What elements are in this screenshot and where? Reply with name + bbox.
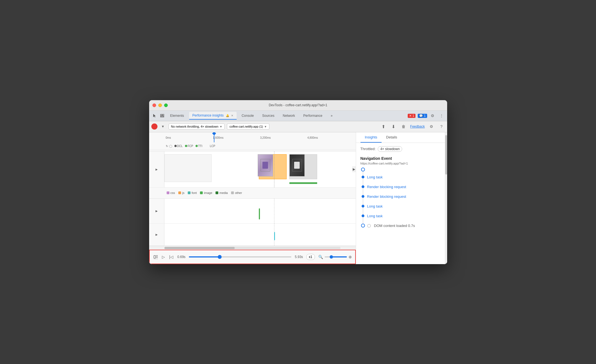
dcl-label: DCL (177, 145, 183, 148)
green-bar (289, 182, 317, 184)
feedback-link[interactable]: Feedback (410, 125, 425, 128)
more-options-icon[interactable]: ⋮ (438, 112, 445, 119)
minimize-button[interactable] (158, 103, 162, 107)
legend-font: font (188, 191, 197, 194)
play-controls: ▷ |◁ (153, 254, 174, 260)
error-badge[interactable]: ✕1 (408, 114, 415, 118)
tab-insights[interactable]: Insights (360, 132, 382, 143)
fcp-marker (185, 145, 187, 147)
step-back-button[interactable]: |◁ (169, 254, 174, 260)
timeline-events: Long task Render blocking request Render… (360, 170, 440, 228)
tab-bar: Elements Performance insights 🔔 ✕ Consol… (149, 111, 447, 121)
tab-performance[interactable]: Performance (300, 112, 326, 119)
insights-panel: Insights Details Throttled: 4× slowdown … (356, 132, 445, 264)
devtools-window: DevTools - coffee-cart.netlify.app/?ad=1… (149, 100, 447, 264)
long-task-1-link[interactable]: Long task (367, 175, 383, 179)
time-1600ms: 1,600ms (213, 136, 224, 139)
tab-details[interactable]: Details (382, 132, 402, 143)
zoom-slider[interactable] (325, 256, 347, 257)
tab-more[interactable]: » (327, 112, 336, 119)
media-dot (216, 191, 218, 194)
speed-button[interactable]: x1 (306, 254, 315, 260)
cursor-icon[interactable] (151, 113, 157, 119)
image-label: image (204, 191, 212, 194)
dropdown-arrow-icon: ▼ (219, 125, 222, 128)
settings-icon[interactable]: ⚙ (429, 112, 436, 119)
expand-network-1-icon[interactable]: ▶ (156, 209, 158, 213)
close-button[interactable] (152, 103, 156, 107)
nav-event-url: https://coffee-cart.netlify.app/?ad=1 (360, 162, 440, 165)
download-icon[interactable]: ⬇ (390, 123, 397, 130)
settings-gear-icon[interactable]: ⚙ (428, 123, 435, 130)
time-cursor[interactable] (214, 133, 214, 142)
right-scrollbar-thumb[interactable] (445, 135, 447, 175)
lcp-label: LCP (210, 145, 215, 148)
slider-thumb[interactable] (218, 255, 222, 259)
network-2-marker-line (274, 224, 274, 246)
record-dropdown-icon[interactable]: ▼ (160, 123, 166, 130)
event-render-blocking-1: Render blocking request (367, 185, 440, 189)
legend-row: css js font image (149, 188, 356, 199)
help-icon[interactable]: ? (438, 123, 445, 130)
zoom-in-icon[interactable]: ⊕ (349, 255, 352, 259)
svg-rect-1 (161, 116, 164, 117)
event-long-task-1: Long task (367, 175, 440, 179)
event-markers: ↻ ◯ DCL FCP TTI LCP (149, 142, 356, 150)
zoom-out-icon[interactable]: 🔍 (318, 255, 323, 259)
screenshots-row: ▶ (149, 151, 356, 188)
scrollbar-thumb[interactable] (164, 247, 235, 249)
network-row-1-content (164, 199, 356, 223)
legend-image: image (200, 191, 212, 194)
screenshot-toggle-icon[interactable] (153, 254, 159, 260)
media-label: media (219, 191, 228, 194)
maximize-button[interactable] (164, 103, 168, 107)
tab-console[interactable]: Console (238, 112, 257, 119)
svg-rect-2 (162, 114, 164, 116)
expand-icon[interactable]: ▶ (156, 168, 158, 171)
render-blocking-2-link[interactable]: Render blocking request (367, 194, 406, 199)
network-row-1-label[interactable]: ▶ (149, 199, 164, 223)
time-3200ms: 3,200ms (260, 136, 271, 139)
other-label: other (235, 191, 242, 194)
tab-elements[interactable]: Elements (167, 112, 187, 119)
network-row-2-content (164, 224, 356, 246)
play-button[interactable]: ▷ (161, 254, 166, 260)
throttled-label: Throttled: (360, 147, 376, 151)
timeline-scrollbar[interactable] (149, 246, 356, 250)
network-row-2: ▶ (149, 224, 356, 246)
zoom-thumb[interactable] (330, 255, 333, 259)
insights-tabs: Insights Details (356, 132, 445, 143)
svg-rect-0 (161, 114, 162, 116)
render-blocking-1-link[interactable]: Render blocking request (367, 185, 406, 189)
network-throttle-dropdown[interactable]: No network throttling, 4× slowdown ▼ (169, 123, 225, 130)
time-4800ms: 4,800ms (307, 136, 318, 139)
nav-event: Navigation Event https://coffee-cart.net… (360, 156, 440, 165)
time-ruler: 0ms 1,600ms 3,200ms 4,800ms (149, 133, 356, 142)
expand-network-2-icon[interactable]: ▶ (156, 233, 158, 236)
timeline-panel: 0ms 1,600ms 3,200ms 4,800ms ↻ ◯ DCL FCP (149, 132, 356, 264)
long-task-3-link[interactable]: Long task (367, 214, 383, 218)
right-scrollbar[interactable] (445, 132, 447, 264)
toolbar-right: ⬆ ⬇ 🗑 Feedback ⚙ ? (380, 123, 445, 130)
font-label: font (192, 191, 197, 194)
tab-performance-insights[interactable]: Performance insights 🔔 ✕ (189, 112, 237, 120)
legend-css: css (167, 191, 175, 194)
network-row-2-label[interactable]: ▶ (149, 224, 164, 246)
tab-network[interactable]: Network (279, 112, 298, 119)
target-dropdown[interactable]: coffee-cart.netlify.app (1) ▼ (227, 123, 269, 130)
screenshots-label[interactable]: ▶ (149, 151, 164, 187)
playback-slider[interactable] (189, 256, 292, 257)
upload-icon[interactable]: ⬆ (380, 123, 387, 130)
long-task-2-link[interactable]: Long task (367, 204, 383, 208)
tab-sources[interactable]: Sources (259, 112, 278, 119)
window-title: DevTools - coffee-cart.netlify.app/?ad=1 (269, 103, 327, 107)
tab-close-icon[interactable]: ✕ (231, 114, 233, 117)
event-long-task-3: Long task (367, 214, 440, 218)
delete-icon[interactable]: 🗑 (400, 123, 407, 130)
tab-bar-left: Elements Performance insights 🔔 ✕ Consol… (151, 112, 336, 120)
elements-icon[interactable] (159, 113, 165, 119)
message-badge[interactable]: 💬1 (418, 114, 427, 118)
css-label: css (171, 191, 175, 194)
record-button[interactable] (151, 123, 157, 130)
expand-right-icon[interactable]: ▶ (352, 166, 356, 172)
